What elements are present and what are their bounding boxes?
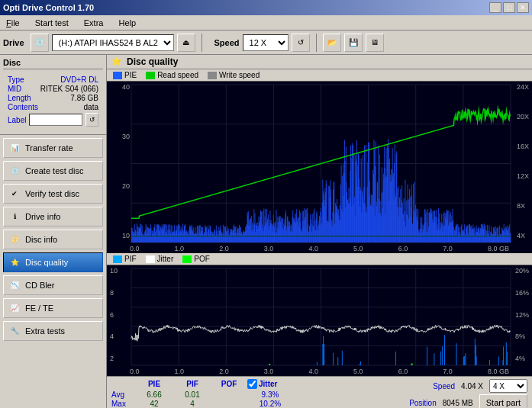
fe-te-button[interactable]: 📈 FE / TE <box>3 298 103 318</box>
upper-chart: 24X 20X 16X 12X 8X 4X 40 30 20 10 0.0 1.… <box>107 82 532 253</box>
drive-selector: 💿 (H:) ATAPI IHAS524 B AL2A ⏏ <box>31 34 195 52</box>
refresh-button[interactable]: ↺ <box>292 34 310 52</box>
legend-pof: POF <box>182 255 210 263</box>
app-title: Opti Drive Control 1.70 <box>3 3 94 12</box>
avg-label: Avg <box>111 390 134 399</box>
cd-bler-label: CD Bler <box>25 281 55 290</box>
cd-bler-icon: 📉 <box>8 279 21 291</box>
fe-te-icon: 📈 <box>8 302 21 314</box>
pof-color <box>182 255 192 263</box>
cd-bler-button[interactable]: 📉 CD Bler <box>3 275 103 295</box>
save-button[interactable]: 💾 <box>344 34 363 52</box>
max-pif: 4 <box>174 400 211 408</box>
disc-info-label: Disc info <box>25 235 57 244</box>
stats-right: Speed 4.04 X 4 X8 X12 X Position 8045 MB… <box>409 379 527 408</box>
minimize-button[interactable]: _ <box>489 2 501 13</box>
disc-type-row: Type DVD+R DL <box>8 75 98 84</box>
legend-pie: PIE <box>113 71 137 79</box>
label-refresh-button[interactable]: ↺ <box>85 113 98 127</box>
contents-label: Contents <box>8 103 38 111</box>
length-value: 7.86 GB <box>70 94 98 102</box>
pif-label: PIF <box>124 255 137 263</box>
eject-button[interactable]: ⏏ <box>177 34 195 52</box>
max-jitter: 10.2% <box>247 400 293 408</box>
mid-label: MID <box>8 85 21 93</box>
jitter-checkbox[interactable] <box>247 379 257 389</box>
drive-info-button[interactable]: ℹ Drive info <box>3 207 103 226</box>
position-value: 8045 MB <box>443 399 473 407</box>
label-input[interactable] <box>29 114 82 126</box>
speed-select[interactable]: 4 X8 X12 X <box>489 379 527 393</box>
extra-tests-icon: 🔧 <box>8 325 21 337</box>
menu-extra[interactable]: Extra <box>81 17 107 29</box>
disc-info-button[interactable]: 📀 Disc info <box>3 230 103 249</box>
read-speed-label: Read speed <box>157 71 198 79</box>
disc-label-row: Label ↺ <box>8 113 98 127</box>
toolbar-separator-2 <box>316 34 317 52</box>
create-test-icon: 💿 <box>8 165 21 177</box>
disc-info-icon: 📀 <box>8 233 21 246</box>
disc-contents-row: Contents data <box>8 103 98 111</box>
jitter-header: Jitter <box>259 380 277 388</box>
max-pie: 42 <box>134 400 174 408</box>
max-row: Max 42 4 10.2% <box>111 400 400 408</box>
speed-dropdown[interactable]: 12 X 4 X 8 X 16 X 24 X <box>243 34 289 51</box>
legend-write-speed: Write speed <box>208 71 260 79</box>
legend-jitter: Jitter <box>146 255 174 263</box>
fe-te-label: FE / TE <box>25 304 53 313</box>
pif-header: PIF <box>174 380 211 388</box>
start-part-button[interactable]: Start part <box>479 394 527 408</box>
lower-y-axis-right: 20% 16% 12% 8% 4% <box>514 265 530 364</box>
maximize-button[interactable]: □ <box>503 2 515 13</box>
open-button[interactable]: 📂 <box>323 34 341 52</box>
avg-pif: 0.01 <box>174 390 211 399</box>
transfer-rate-button[interactable]: 📊 Transfer rate <box>3 138 103 158</box>
write-speed-color <box>208 72 217 79</box>
avg-row: Avg 6.66 0.01 9.3% <box>111 390 400 399</box>
read-speed-color <box>146 72 155 79</box>
type-label: Type <box>8 75 24 84</box>
upper-chart-legend: PIE Read speed Write speed <box>107 69 532 82</box>
upper-y-axis-left: 40 30 20 10 <box>121 82 131 241</box>
lower-x-axis: 0.0 1.0 2.0 3.0 4.0 5.0 6.0 7.0 8.0 GB <box>130 368 509 375</box>
window-controls: _ □ ✕ <box>489 2 529 13</box>
disc-section-title: Disc <box>3 58 103 69</box>
menu-help[interactable]: Help <box>115 17 139 29</box>
speed-stat-value: 4.04 X <box>461 382 483 390</box>
menu-start-test[interactable]: Start test <box>32 17 72 29</box>
extra-tests-button[interactable]: 🔧 Extra tests <box>3 321 103 341</box>
stats-bar: PIE PIF POF Jitter Avg 6.66 0.01 <box>107 376 532 408</box>
disc-quality-label: Disc quality <box>25 258 68 267</box>
create-test-disc-button[interactable]: 💿 Create test disc <box>3 161 103 181</box>
upper-chart-canvas <box>107 82 532 253</box>
disc-section: Disc Type DVD+R DL MID RITEK S04 (066) L… <box>0 55 106 133</box>
menu-file[interactable]: File <box>3 17 23 29</box>
max-label: Max <box>111 400 134 408</box>
drive-dropdown[interactable]: (H:) ATAPI IHAS524 B AL2A <box>52 34 174 51</box>
lower-y-axis-left: 10 8 6 4 2 <box>108 265 119 364</box>
speed-stat-label: Speed <box>433 382 455 390</box>
length-label: Length <box>8 94 31 102</box>
verify-test-disc-button[interactable]: ✔ Verify test disc <box>3 184 103 204</box>
position-row: Position 8045 MB Start part <box>409 394 527 408</box>
position-label: Position <box>409 399 437 407</box>
disc-quality-icon: ⭐ <box>8 256 21 268</box>
create-test-label: Create test disc <box>25 166 83 175</box>
drive-icon: 💿 <box>31 34 49 52</box>
upper-x-axis: 0.0 1.0 2.0 3.0 4.0 5.0 6.0 7.0 8.0 GB <box>130 245 509 252</box>
sidebar: Disc Type DVD+R DL MID RITEK S04 (066) L… <box>0 55 107 408</box>
close-button[interactable]: ✕ <box>517 2 529 13</box>
sidebar-separator <box>0 134 106 135</box>
transfer-rate-icon: 📊 <box>8 142 21 154</box>
disc-quality-button[interactable]: ⭐ Disc quality <box>3 252 103 272</box>
disc-length-row: Length 7.86 GB <box>8 94 98 102</box>
legend-pif: PIF <box>113 255 137 263</box>
pif-color <box>113 255 122 263</box>
jitter-color <box>146 255 155 263</box>
disc-mid-row: MID RITEK S04 (066) <box>8 85 98 93</box>
settings-button[interactable]: 🖥 <box>366 34 384 52</box>
drive-info-label: Drive info <box>25 212 60 221</box>
pie-color <box>113 72 122 79</box>
lower-chart: 20% 16% 12% 8% 4% 10 8 6 4 2 0.0 1.0 2.0 <box>107 265 532 376</box>
stats-header-row: PIE PIF POF Jitter <box>111 379 400 389</box>
